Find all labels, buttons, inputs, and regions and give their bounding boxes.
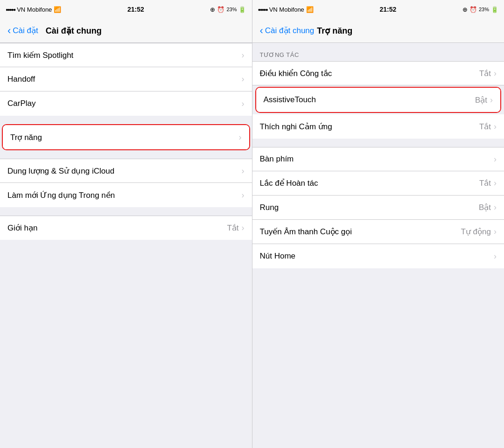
- left-back-button[interactable]: ‹ Cài đặt: [7, 26, 38, 36]
- left-settings-list: Tìm kiếm Spotlight › Handoff › CarPlay ›: [0, 43, 252, 448]
- right-time: 21:52: [380, 6, 397, 13]
- right-row-right-tuyen-am-thanh: Tự động ›: [461, 227, 497, 237]
- right-battery: 23%: [479, 7, 489, 12]
- left-wifi-icon: 📶: [54, 6, 61, 13]
- left-row-label-dung-luong: Dung lượng & Sử dụng iCloud: [7, 166, 114, 176]
- assistive-touch-highlighted-box: AssistiveTouch Bật ›: [255, 87, 502, 113]
- list-item-dieu-khien-cong-tac[interactable]: Điều khiển Công tắc Tắt ›: [252, 61, 504, 85]
- list-item-dung-luong[interactable]: Dung lượng & Sử dụng iCloud ›: [0, 159, 252, 183]
- left-page-title: Cài đặt chung: [46, 26, 102, 36]
- right-row-value-lac-de: Tắt: [479, 178, 491, 188]
- right-gap-1: [252, 139, 504, 147]
- list-item-tuyen-am-thanh[interactable]: Tuyến Âm thanh Cuộc gọi Tự động ›: [252, 220, 504, 244]
- right-carrier: VN Mobifone: [269, 6, 304, 13]
- left-row-label-tro-nang: Trợ năng: [10, 133, 42, 142]
- list-item-ban-phim[interactable]: Bàn phím ›: [252, 147, 504, 171]
- list-item-rung[interactable]: Rung Bật ›: [252, 196, 504, 220]
- list-item-gioi-han[interactable]: Giới hạn Tắt ›: [0, 216, 252, 240]
- left-panel: ●●●●● VN Mobifone 📶 21:52 ⊕ ⏰ 23% 🔋 ‹ Cà…: [0, 0, 252, 448]
- right-row-right-assistive-touch: Bật ›: [475, 95, 493, 105]
- right-back-chevron-icon: ‹: [260, 26, 263, 36]
- list-item-nut-home[interactable]: Nút Home ›: [252, 244, 504, 268]
- chevron-right-icon: ›: [494, 203, 497, 212]
- left-group-1: Tìm kiếm Spotlight › Handoff › CarPlay ›: [0, 43, 252, 116]
- left-battery-icon: 🔋: [238, 6, 246, 13]
- left-row-label-tim-kiem: Tìm kiếm Spotlight: [7, 50, 73, 60]
- chevron-right-icon: ›: [494, 178, 497, 188]
- left-row-right-handoff: ›: [242, 74, 245, 84]
- list-item-handoff[interactable]: Handoff ›: [0, 67, 252, 91]
- right-battery-icon: 🔋: [491, 6, 498, 13]
- right-signal-dots: ●●●●●: [258, 7, 267, 12]
- right-row-right-lac-de: Tắt ›: [479, 178, 497, 188]
- list-item-thich-nghi-cam-ung[interactable]: Thích nghi Cảm ứng Tắt ›: [252, 114, 504, 139]
- right-alarm-icon: ⏰: [469, 6, 477, 13]
- right-row-label-tuyen-am-thanh: Tuyến Âm thanh Cuộc gọi: [260, 227, 352, 237]
- left-row-right-dung-luong: ›: [242, 166, 245, 176]
- right-row-value-dieu-khien: Tắt: [479, 69, 491, 78]
- right-nav-bar: ‹ Cài đặt chung Trợ năng: [252, 19, 504, 43]
- right-row-value-tuyen-am-thanh: Tự động: [461, 227, 491, 237]
- list-item-tro-nang[interactable]: Trợ năng ›: [3, 125, 249, 149]
- left-group-4: Giới hạn Tắt ›: [0, 216, 252, 240]
- left-battery: 23%: [226, 7, 237, 12]
- right-section-header-tuong-tac: TƯƠNG TÁC: [252, 43, 504, 61]
- left-status-bar: ●●●●● VN Mobifone 📶 21:52 ⊕ ⏰ 23% 🔋: [0, 0, 252, 19]
- tro-nang-highlighted-box: Trợ năng ›: [2, 124, 250, 150]
- right-settings-list: TƯƠNG TÁC Điều khiển Công tắc Tắt › Assi…: [252, 43, 504, 448]
- right-row-right-dieu-khien: Tắt ›: [479, 69, 497, 78]
- right-back-button[interactable]: ‹ Cài đặt chung: [260, 26, 315, 36]
- chevron-right-icon: ›: [494, 122, 497, 132]
- list-item-assistive-touch[interactable]: AssistiveTouch Bật ›: [256, 88, 501, 112]
- left-back-chevron-icon: ‹: [7, 26, 11, 36]
- left-row-right-lam-moi: ›: [242, 190, 245, 200]
- chevron-right-icon: ›: [242, 50, 245, 60]
- left-row-right-carplay: ›: [242, 99, 245, 109]
- left-gap-1: [0, 116, 252, 124]
- left-time: 21:52: [127, 6, 144, 13]
- right-group-1: Điều khiển Công tắc Tắt › AssistiveTouch…: [252, 61, 504, 139]
- right-status-bar: ●●●●● VN Mobifone 📶 21:52 ⊕ ⏰ 23% 🔋: [252, 0, 504, 19]
- chevron-right-icon: ›: [242, 74, 245, 84]
- right-group-2: Bàn phím › Lắc để Hoàn tác Tắt › Rung Bậ…: [252, 147, 504, 268]
- left-signal-dots: ●●●●●: [6, 7, 15, 12]
- left-back-label: Cài đặt: [13, 26, 38, 35]
- right-row-label-lac-de: Lắc để Hoàn tác: [260, 178, 318, 188]
- left-row-label-gioi-han: Giới hạn: [7, 223, 37, 233]
- chevron-right-icon: ›: [242, 99, 245, 109]
- left-group-3: Dung lượng & Sử dụng iCloud › Làm mới Ứn…: [0, 159, 252, 207]
- left-gap-3: [0, 207, 252, 216]
- right-row-right-rung: Bật ›: [479, 203, 497, 212]
- right-row-value-thich-nghi: Tắt: [479, 122, 491, 132]
- right-back-label: Cài đặt chung: [265, 26, 314, 35]
- list-item-lam-moi[interactable]: Làm mới Ứng dụng Trong nền ›: [0, 183, 252, 207]
- chevron-right-icon: ›: [242, 166, 245, 176]
- left-status-right: ⊕ ⏰ 23% 🔋: [210, 6, 246, 13]
- chevron-right-icon: ›: [494, 227, 497, 237]
- left-status-left: ●●●●● VN Mobifone 📶: [6, 6, 61, 13]
- right-row-label-ban-phim: Bàn phím: [260, 154, 294, 164]
- right-row-right-nut-home: ›: [494, 252, 497, 261]
- chevron-right-icon: ›: [494, 154, 497, 164]
- chevron-right-icon: ›: [242, 190, 245, 200]
- chevron-right-icon: ›: [490, 95, 493, 105]
- left-row-label-lam-moi: Làm mới Ứng dụng Trong nền: [7, 190, 115, 200]
- chevron-right-icon: ›: [494, 69, 497, 78]
- right-row-right-ban-phim: ›: [494, 154, 497, 164]
- right-row-value-rung: Bật: [479, 203, 491, 212]
- left-row-right-tro-nang: ›: [239, 133, 242, 142]
- left-row-right-tim-kiem: ›: [242, 50, 245, 60]
- right-panel: ●●●●● VN Mobifone 📶 21:52 ⊕ ⏰ 23% 🔋 ‹ Cà…: [252, 0, 504, 448]
- right-row-right-thich-nghi: Tắt ›: [479, 122, 497, 132]
- left-row-label-handoff: Handoff: [7, 75, 35, 84]
- right-status-right: ⊕ ⏰ 23% 🔋: [462, 6, 498, 13]
- left-carrier: VN Mobifone: [17, 6, 52, 13]
- left-row-label-carplay: CarPlay: [7, 99, 35, 108]
- right-row-value-assistive-touch: Bật: [475, 95, 487, 105]
- left-row-value-gioi-han: Tắt: [227, 223, 238, 233]
- list-item-carplay[interactable]: CarPlay ›: [0, 91, 252, 116]
- right-row-label-rung: Rung: [260, 203, 279, 212]
- list-item-lac-de-hoan-tac[interactable]: Lắc để Hoàn tác Tắt ›: [252, 171, 504, 196]
- chevron-right-icon: ›: [242, 223, 245, 233]
- list-item-tim-kiem-spotlight[interactable]: Tìm kiếm Spotlight ›: [0, 43, 252, 67]
